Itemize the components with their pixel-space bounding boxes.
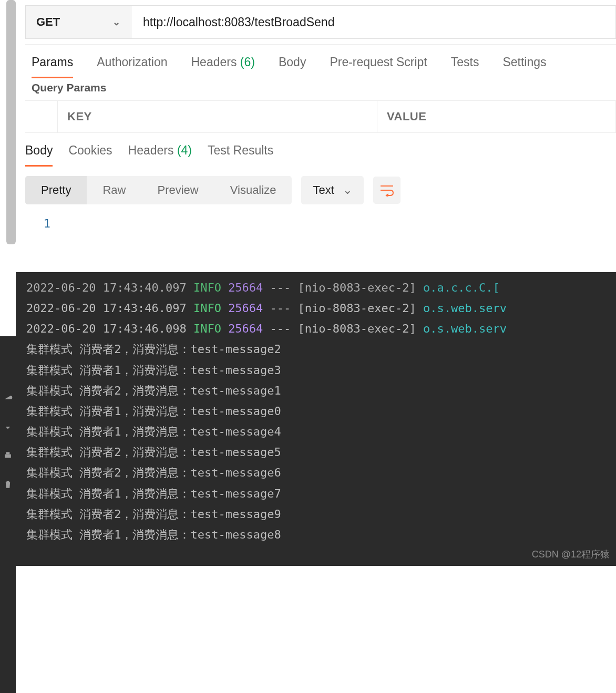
- key-header[interactable]: KEY: [58, 101, 377, 132]
- wrap-lines-button[interactable]: [373, 177, 401, 204]
- response-body[interactable]: 1: [25, 211, 616, 272]
- response-tabs: Body Cookies Headers (4) Test Results: [25, 133, 616, 167]
- view-preview[interactable]: Preview: [141, 176, 214, 204]
- tab-pre-request[interactable]: Pre-request Script: [330, 55, 427, 78]
- res-tab-cookies[interactable]: Cookies: [68, 143, 112, 167]
- value-header[interactable]: VALUE: [377, 101, 616, 132]
- tab-settings[interactable]: Settings: [502, 55, 546, 78]
- row-selector-cell[interactable]: [25, 101, 58, 132]
- watermark: CSDN @12程序猿: [532, 546, 610, 563]
- svg-rect-2: [5, 454, 11, 458]
- query-params-title: Query Params: [25, 78, 616, 100]
- response-type-label: Text: [313, 183, 334, 197]
- wrap-icon: [379, 184, 394, 196]
- console-line: 集群模式 消费者1，消费消息：test-message4: [26, 421, 616, 442]
- tab-authorization[interactable]: Authorization: [97, 55, 167, 78]
- return-icon[interactable]: [3, 394, 13, 405]
- url-input[interactable]: http://localhost:8083/testBroadSend: [131, 5, 616, 39]
- request-tabs: Params Authorization Headers (6) Body Pr…: [25, 45, 616, 78]
- response-type-select[interactable]: Text ⌄: [301, 176, 363, 204]
- console-line: 2022-06-20 17:43:46.098 INFO 25664 --- […: [26, 318, 616, 339]
- ide-gutter: [0, 336, 16, 566]
- res-tab-headers[interactable]: Headers (4): [128, 143, 192, 167]
- console-line: 集群模式 消费者1，消费消息：test-message7: [26, 483, 616, 504]
- scrollbar[interactable]: [6, 0, 16, 244]
- trash-icon[interactable]: [3, 479, 13, 490]
- console-line: 2022-06-20 17:43:40.097 INFO 25664 --- […: [26, 277, 616, 298]
- console-output[interactable]: 2022-06-20 17:43:40.097 INFO 25664 --- […: [16, 272, 616, 566]
- response-view-row: Pretty Raw Preview Visualize Text ⌄: [25, 167, 616, 211]
- tab-params[interactable]: Params: [32, 55, 73, 78]
- chevron-down-icon: ⌄: [343, 183, 352, 197]
- download-icon[interactable]: [3, 422, 13, 433]
- print-icon[interactable]: [3, 451, 13, 461]
- tab-headers[interactable]: Headers (6): [191, 55, 255, 78]
- console-line: 集群模式 消费者2，消费消息：test-message6: [26, 462, 616, 483]
- console-line: 集群模式 消费者2，消费消息：test-message9: [26, 504, 616, 524]
- postman-panel: GET ⌄ http://localhost:8083/testBroadSen…: [25, 0, 616, 272]
- url-text: http://localhost:8083/testBroadSend: [143, 15, 334, 29]
- tab-tests[interactable]: Tests: [451, 55, 479, 78]
- tab-body[interactable]: Body: [279, 55, 306, 78]
- res-tab-body[interactable]: Body: [25, 143, 53, 167]
- console-line: 集群模式 消费者2，消费消息：test-message2: [26, 339, 616, 359]
- method-select[interactable]: GET ⌄: [25, 5, 131, 39]
- chevron-down-icon: ⌄: [112, 16, 120, 28]
- left-gutter: [0, 0, 16, 336]
- view-mode-group: Pretty Raw Preview Visualize: [25, 176, 292, 204]
- query-params-table: KEY VALUE: [25, 100, 616, 133]
- request-row: GET ⌄ http://localhost:8083/testBroadSen…: [25, 0, 616, 45]
- console-line: 集群模式 消费者1，消费消息：test-message3: [26, 360, 616, 380]
- console-line: 2022-06-20 17:43:46.097 INFO 25664 --- […: [26, 298, 616, 318]
- view-visualize[interactable]: Visualize: [214, 176, 292, 204]
- method-label: GET: [36, 15, 60, 29]
- console-line: 集群模式 消费者1，消费消息：test-message8: [26, 524, 616, 545]
- console-line: 集群模式 消费者2，消费消息：test-message1: [26, 380, 616, 401]
- view-raw[interactable]: Raw: [87, 176, 141, 204]
- line-number: 1: [34, 217, 62, 230]
- console-line: 集群模式 消费者1，消费消息：test-message0: [26, 401, 616, 421]
- res-tab-test-results[interactable]: Test Results: [208, 143, 273, 167]
- svg-rect-3: [6, 452, 10, 454]
- view-pretty[interactable]: Pretty: [25, 176, 87, 204]
- console-line: 集群模式 消费者2，消费消息：test-message5: [26, 442, 616, 462]
